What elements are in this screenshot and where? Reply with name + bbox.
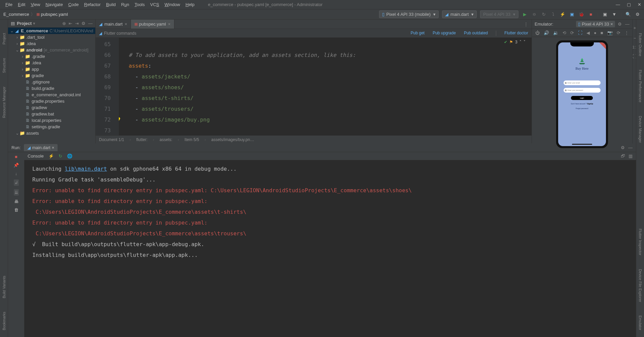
project-panel-title[interactable]: Project [17, 21, 32, 26]
more-icon[interactable]: ⋮ [520, 22, 532, 27]
menu-run[interactable]: Run [118, 2, 132, 7]
power-icon[interactable]: ⏻ [535, 30, 540, 35]
trash-icon[interactable]: 🗑 [14, 207, 19, 212]
search-icon[interactable]: 🔍 [625, 11, 631, 18]
gutter-flutter-performance[interactable]: Flutter Performance [638, 70, 642, 102]
tree-item[interactable]: 🗎e_commerce_android.iml [8, 92, 95, 98]
gear-icon[interactable]: ⚙ [621, 145, 625, 150]
tree-item[interactable]: ⌄📁assets [8, 130, 95, 136]
tree-item[interactable]: 🗎settings.gradle [8, 124, 95, 130]
rotate-left-icon[interactable]: ⟲ [563, 30, 566, 35]
tree-item[interactable]: 🗎gradle.properties [8, 98, 95, 104]
devtools-icon[interactable]: 🌐 [67, 154, 72, 159]
tree-item[interactable]: 🗎build.gradle [8, 85, 95, 92]
down-icon[interactable]: ↓ [15, 171, 18, 176]
gutter-flutter-outline[interactable]: Flutter Outline [638, 33, 642, 56]
gutter-resource-manager[interactable]: Resource Manager [2, 87, 6, 118]
avd-selector[interactable]: Pixel 4 API 33 ▾ [480, 10, 518, 18]
gear-icon[interactable]: ⚙ [618, 22, 622, 27]
reload-icon[interactable]: ↻ [541, 11, 547, 18]
code-editor[interactable]: 656667686970717273 # To add assets to yo… [96, 38, 532, 135]
home-icon[interactable]: ● [594, 30, 597, 35]
tree-item[interactable]: 🗎gradlew.bat [8, 111, 95, 117]
tree-item[interactable]: ›📁.dart_tool [8, 34, 95, 40]
scroll-icon[interactable]: ⇊ [14, 189, 19, 196]
volume-up-icon[interactable]: 🔊 [544, 30, 549, 35]
debug-icon[interactable]: 🐞 [578, 11, 584, 18]
back-icon[interactable]: ◀ [586, 30, 590, 35]
export-icon[interactable]: 🗗 [621, 154, 625, 159]
sdk-manager-icon[interactable]: ▼ [611, 11, 617, 18]
email-field[interactable]: Enter your email [564, 80, 601, 85]
close-icon[interactable]: × [168, 22, 171, 27]
tree-item[interactable]: ›📁app [8, 66, 95, 72]
collapse-icon[interactable]: ⇤ [69, 21, 72, 26]
close-icon[interactable]: × [610, 22, 613, 27]
run-config-selector[interactable]: ◢ main.dart ▾ [442, 10, 477, 18]
menu-refactor[interactable]: Refactor [81, 2, 103, 7]
run-icon[interactable]: ▶ [522, 11, 528, 18]
chevron-down-icon[interactable]: ▾ [33, 21, 35, 26]
close-window-icon[interactable]: ✕ [638, 2, 641, 7]
breadcrumb-root[interactable]: E_commerce [3, 12, 29, 17]
hide-icon[interactable]: — [88, 21, 93, 26]
gutter-device-file-explorer[interactable]: Device File Explorer [638, 269, 642, 302]
tree-item[interactable]: ›📁.idea [8, 40, 95, 47]
expand-icon[interactable]: ⇥ [75, 21, 79, 26]
pin-icon[interactable]: 📌 [13, 163, 19, 168]
gutter-device-manager[interactable]: Device Manager [638, 116, 642, 143]
tab-pubspec[interactable]: ▦ pubspec.yaml × [131, 20, 174, 29]
gutter-project[interactable]: Project [2, 33, 6, 44]
print-icon[interactable]: 🖶 [14, 199, 19, 204]
gear-icon[interactable]: ⚙ [81, 21, 86, 26]
devtools-icon[interactable]: ▣ [569, 11, 575, 18]
menu-view[interactable]: View [28, 2, 43, 7]
tree-item[interactable]: ›📁.idea [8, 60, 95, 66]
overview-icon[interactable]: ■ [601, 30, 603, 35]
inspection-indicator[interactable]: ✔ ⚑ 3 ˄ ˅ [504, 40, 526, 44]
flutter-doctor-link[interactable]: Flutter doctor [504, 31, 528, 36]
gutter-emulator[interactable]: Emulator [638, 315, 642, 330]
menu-code[interactable]: Code [66, 2, 81, 7]
hot-restart-icon[interactable]: ↻ [59, 154, 62, 159]
minimize-icon[interactable]: — [616, 2, 620, 7]
menu-build[interactable]: Build [103, 2, 118, 7]
password-field[interactable]: Enter your password [564, 88, 601, 93]
menu-edit[interactable]: Edit [15, 2, 28, 7]
menu-window[interactable]: Window [162, 2, 183, 7]
tree-item[interactable]: 🗎.gitignore [8, 79, 95, 85]
tree-item[interactable]: 🗎local.properties [8, 117, 95, 124]
console-tab[interactable]: Console [28, 154, 44, 159]
emulator-device-tab[interactable]: ▯ Pixel 4 API 33 × [576, 21, 615, 27]
soft-wrap-icon[interactable]: ↲ [14, 179, 19, 186]
console-output[interactable]: Launching lib\main.dart on sdk gphone64 … [24, 160, 636, 337]
pub-outdated-link[interactable]: Pub outdated [464, 31, 488, 36]
tool-window-icon[interactable]: ▤ [11, 21, 15, 26]
menu-help[interactable]: Help [183, 2, 197, 7]
forgot-link[interactable]: Forgot password [576, 107, 588, 109]
gutter-structure[interactable]: Structure [2, 58, 6, 73]
tree-item[interactable]: ›📁gradle [8, 72, 95, 79]
tree-item[interactable]: ›📁.gradle [8, 53, 95, 60]
phone-frame[interactable]: Buy Here Enter your email Enter your pas… [556, 40, 608, 148]
close-icon[interactable]: × [52, 145, 55, 150]
menu-vcs[interactable]: VCS [147, 2, 162, 7]
rotate-right-icon[interactable]: ⟳ [570, 30, 574, 35]
maximize-icon[interactable]: ▢ [627, 2, 631, 7]
login-button[interactable]: Login [571, 96, 593, 100]
hot-reload-icon[interactable]: ⚡ [560, 11, 566, 18]
stop-icon[interactable]: ■ [15, 154, 18, 159]
gutter-bookmarks[interactable]: Bookmarks [2, 312, 6, 330]
breadcrumb-file[interactable]: pubspec.yaml [41, 12, 68, 17]
layout-icon[interactable]: ▥ [629, 154, 633, 159]
device-manager-icon[interactable]: ▣ [602, 11, 608, 18]
coverage-icon[interactable]: ⛭ [531, 11, 537, 18]
chevron-up-icon[interactable]: ˄ [519, 40, 521, 44]
close-icon[interactable]: × [125, 22, 127, 27]
tab-main-dart[interactable]: ◢ main.dart × [96, 20, 131, 29]
settings-icon[interactable]: ⚙ [635, 11, 641, 18]
attach-icon[interactable]: ⤵ [550, 11, 556, 18]
pub-upgrade-link[interactable]: Pub upgrade [433, 31, 456, 36]
gutter-flutter-inspector[interactable]: Flutter Inspector [638, 229, 642, 255]
volume-down-icon[interactable]: 🔉 [553, 30, 558, 35]
